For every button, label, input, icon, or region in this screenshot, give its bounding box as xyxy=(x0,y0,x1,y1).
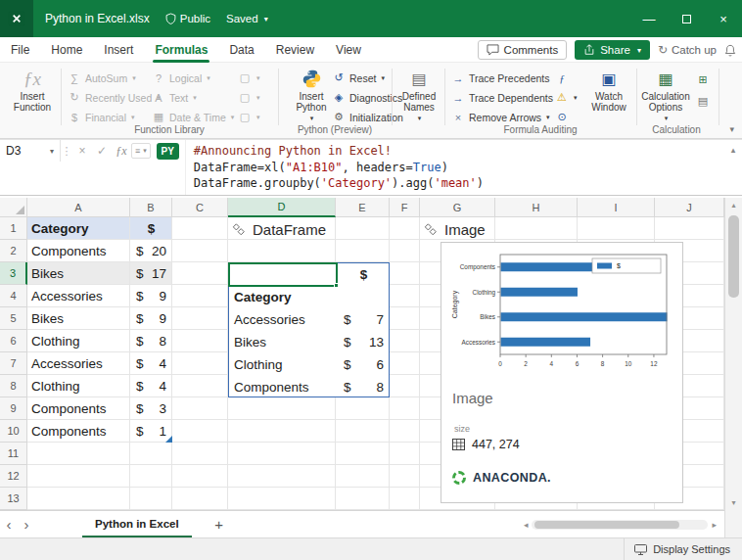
tab-review[interactable]: Review xyxy=(265,37,325,63)
column-header-G[interactable]: G xyxy=(420,198,495,217)
tab-insert[interactable]: Insert xyxy=(93,37,144,63)
calculate-sheet-button[interactable]: ▤ xyxy=(693,92,713,111)
cell-A8[interactable]: Clothing xyxy=(27,375,130,397)
spill-value-Components[interactable]: $8 xyxy=(337,376,391,398)
calculation-options-button[interactable]: ▦ Calculation Options ▾ xyxy=(640,67,691,123)
maximize-button[interactable] xyxy=(668,0,705,37)
formula-line[interactable]: DataFrame=xl("A1:B10", headers=True) xyxy=(194,160,717,176)
trace-dependents-button[interactable]: →Trace Dependents xyxy=(448,88,556,107)
sheet-nav-right-arrow[interactable]: › xyxy=(18,516,35,533)
formula-line[interactable]: DataFrame.groupby('Category').agg('mean'… xyxy=(194,175,717,192)
tab-view[interactable]: View xyxy=(325,37,372,63)
row-header-6[interactable]: 6 xyxy=(0,330,27,352)
tab-data[interactable]: Data xyxy=(218,37,264,63)
formula-bar-grip[interactable]: ⋮ xyxy=(61,140,72,162)
row-header-11[interactable]: 11 xyxy=(0,443,27,465)
share-button[interactable]: Share ▾ xyxy=(575,40,650,60)
spill-value-Clothing[interactable]: $6 xyxy=(337,353,391,376)
insert-function-button[interactable]: ƒx Insert Function xyxy=(6,67,59,113)
active-cell[interactable] xyxy=(228,262,338,287)
diagnostics-button[interactable]: ◈Diagnostics xyxy=(329,88,405,107)
scroll-right-arrow[interactable]: ▸ xyxy=(712,520,717,530)
spill-value-Bikes[interactable]: $13 xyxy=(337,331,391,353)
column-header-A[interactable]: A xyxy=(27,198,130,217)
catch-up-button[interactable]: ↻ Catch up xyxy=(658,43,717,57)
calculate-now-button[interactable]: ⊞ xyxy=(693,70,713,89)
tab-file[interactable]: File xyxy=(0,37,40,63)
formula-input[interactable]: #Announcing Python in Excel!DataFrame=xl… xyxy=(185,140,724,195)
column-header-D[interactable]: D xyxy=(228,198,336,217)
row-header-3[interactable]: 3 xyxy=(0,262,27,285)
row-header-12[interactable]: 12 xyxy=(0,465,27,488)
comments-button[interactable]: Comments xyxy=(478,40,568,60)
scroll-left-arrow[interactable]: ◂ xyxy=(524,520,529,530)
tab-formulas[interactable]: Formulas xyxy=(144,37,218,63)
row-header-5[interactable]: 5 xyxy=(0,307,27,330)
column-header-J[interactable]: J xyxy=(655,198,724,217)
sheet-tab-active[interactable]: Python in Excel xyxy=(82,511,192,537)
cell-B7[interactable]: $4 xyxy=(130,352,172,375)
logical-button[interactable]: ?Logical▾ xyxy=(149,69,213,87)
cell-B1[interactable]: $ xyxy=(130,217,172,240)
sensitivity-label-button[interactable]: Public xyxy=(165,13,210,24)
autosum-button[interactable]: ∑AutoSum▾ xyxy=(65,69,139,87)
display-settings-button[interactable]: Display Settings xyxy=(624,538,742,560)
save-status-dropdown[interactable]: Saved ▾ xyxy=(226,13,268,24)
column-header-E[interactable]: E xyxy=(336,198,390,217)
vertical-scrollbar[interactable]: ▴ ▾ xyxy=(724,198,742,510)
scroll-up-arrow[interactable]: ▴ xyxy=(725,198,742,212)
sheet-nav-left-arrow[interactable]: ‹ xyxy=(0,516,18,533)
collapse-ribbon-button[interactable]: ▾ xyxy=(729,124,734,134)
row-header-1[interactable]: 1 xyxy=(0,217,27,240)
cell-A4[interactable]: Accessories xyxy=(27,285,130,307)
row-header-2[interactable]: 2 xyxy=(0,240,27,262)
reset-button[interactable]: ↺Reset▾ xyxy=(329,69,388,87)
cell-A9[interactable]: Components xyxy=(27,397,130,420)
trace-precedents-button[interactable]: →Trace Precedents xyxy=(448,69,552,87)
cell-A6[interactable]: Clothing xyxy=(27,330,130,352)
horizontal-scroll-thumb[interactable] xyxy=(534,521,679,529)
cancel-button[interactable]: × xyxy=(72,140,92,162)
python-output-type-dropdown[interactable]: ≡▾ xyxy=(131,143,151,159)
excel-app-icon[interactable] xyxy=(0,0,33,37)
formula-line[interactable]: #Announcing Python in Excel! xyxy=(194,143,717,160)
column-header-I[interactable]: I xyxy=(578,198,655,217)
minimize-button[interactable]: — xyxy=(630,0,668,37)
collapse-formula-bar-button[interactable]: ▴ xyxy=(724,140,742,195)
cell-A2[interactable]: Components xyxy=(27,240,130,262)
spill-category-Accessories[interactable]: Accessories xyxy=(229,308,337,331)
row-header-4[interactable]: 4 xyxy=(0,285,27,307)
cell-A10[interactable]: Components xyxy=(27,420,130,443)
enter-button[interactable]: ✓ xyxy=(92,140,112,162)
cell-B6[interactable]: $8 xyxy=(130,330,172,352)
defined-names-button[interactable]: ▤ Defined Names ▾ xyxy=(395,67,442,123)
cell-A7[interactable]: Accessories xyxy=(27,352,130,375)
cell-B4[interactable]: $9 xyxy=(130,285,172,307)
error-checking-button[interactable]: ⚠▾ xyxy=(552,88,580,107)
cell-B8[interactable]: $4 xyxy=(130,375,172,397)
close-button[interactable]: × xyxy=(705,0,742,37)
column-header-C[interactable]: C xyxy=(172,198,228,217)
add-sheet-button[interactable]: + xyxy=(209,516,229,533)
range-corner-handle[interactable] xyxy=(165,436,172,443)
cell-B3[interactable]: $17 xyxy=(130,262,172,285)
lookup-reference-button[interactable]: ▢▾ xyxy=(235,69,263,87)
cell-B2[interactable]: $20 xyxy=(130,240,172,262)
cell-A5[interactable]: Bikes xyxy=(27,307,130,330)
watch-window-button[interactable]: ▣ Watch Window xyxy=(583,67,634,113)
column-header-H[interactable]: H xyxy=(495,198,578,217)
cell-B5[interactable]: $9 xyxy=(130,307,172,330)
horizontal-scrollbar[interactable]: ◂ ▸ xyxy=(524,520,717,530)
column-header-B[interactable]: B xyxy=(130,198,172,217)
row-header-8[interactable]: 8 xyxy=(0,375,27,397)
column-header-F[interactable]: F xyxy=(390,198,420,217)
spreadsheet-grid[interactable]: DataFrame Image $ Category Accessories$7… xyxy=(0,198,724,510)
insert-function-small-button[interactable]: ƒx xyxy=(112,140,131,162)
row-header-9[interactable]: 9 xyxy=(0,397,27,420)
spill-category-Bikes[interactable]: Bikes xyxy=(229,331,337,353)
horizontal-scroll-track[interactable] xyxy=(532,520,708,530)
spill-category-Components[interactable]: Components xyxy=(229,376,337,398)
scroll-down-arrow[interactable]: ▾ xyxy=(725,495,742,510)
cell-B9[interactable]: $3 xyxy=(130,397,172,420)
row-header-7[interactable]: 7 xyxy=(0,352,27,375)
